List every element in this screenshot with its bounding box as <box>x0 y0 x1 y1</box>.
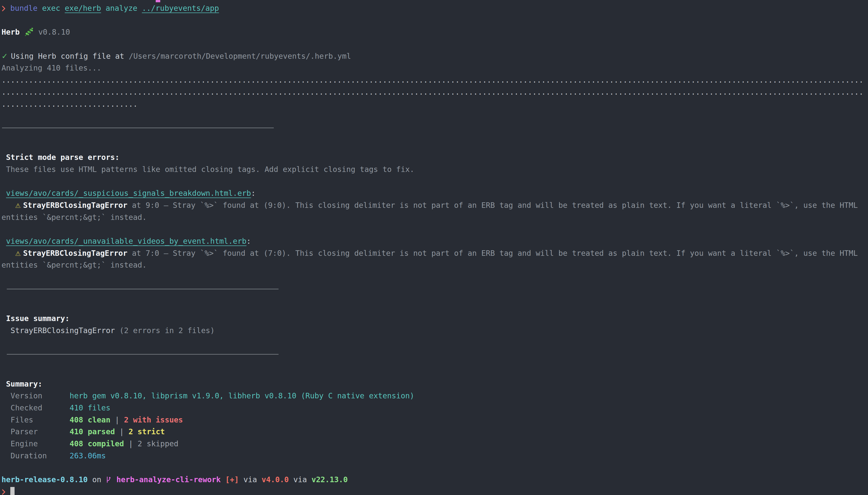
strict-errors-title: Strict mode parse errors: <box>1 151 868 164</box>
blank-row <box>1 140 868 152</box>
error-class: StrayERBClosingTagError <box>23 249 127 258</box>
shell-prompt-line: herb-release-0.8.10 on herb-analyze-cli-… <box>1 474 868 486</box>
prompt-chevron-icon <box>1 489 6 495</box>
git-branch-icon <box>106 476 112 483</box>
herb-leaf-icon <box>24 27 34 37</box>
section-title: Issue summary: <box>6 314 70 323</box>
files-clean-count: 408 clean <box>70 415 111 424</box>
error-detail-line: ⚠StrayERBClosingTagError at 7:0 — Stray … <box>1 247 868 259</box>
via-word: via <box>244 475 257 484</box>
blank-row <box>1 175 868 188</box>
engine-skipped-count: 2 skipped <box>138 439 179 448</box>
section-divider <box>1 354 868 366</box>
error-message: at 7:0 — Stray `%>` found at (7:0). This… <box>127 249 858 258</box>
analyzing-status: Analyzing 410 files... <box>1 62 868 74</box>
summary-label: Parser <box>11 426 70 438</box>
blank-row <box>1 462 868 474</box>
summary-label: Checked <box>11 402 70 414</box>
issue-summary-title: Issue summary: <box>1 312 868 325</box>
blank-row <box>1 366 868 378</box>
blank-row <box>1 337 868 349</box>
warning-icon: ⚠ <box>15 248 23 260</box>
summary-row-files: Files408 clean|2 with issues <box>1 414 868 426</box>
via-word: via <box>293 475 307 484</box>
section-title: Summary: <box>6 379 43 388</box>
progress-dots: ........................................… <box>1 88 864 97</box>
directory-name: herb-release-0.8.10 <box>1 475 88 484</box>
files-issues-count: 2 with issues <box>124 415 183 424</box>
file-colon: : <box>246 237 251 245</box>
blank-row <box>1 301 868 313</box>
command-program: bundle <box>10 4 37 13</box>
section-divider <box>1 127 868 140</box>
progress-dots-row-3: .............................. <box>1 98 868 110</box>
command-target-link[interactable]: ../rubyevents/app <box>142 4 219 13</box>
progress-dots: ........................................… <box>1 75 864 84</box>
file-colon: : <box>251 189 255 198</box>
config-line: ✓ Using Herb config file at /Users/marco… <box>1 50 868 62</box>
summary-label: Version <box>11 390 70 402</box>
issue-error-class: StrayERBClosingTagError <box>11 326 115 335</box>
error-file-link[interactable]: views/avo/cards/_unavailable_videos_by_e… <box>6 237 246 245</box>
blank-row <box>1 271 868 283</box>
prompt-chevron-icon <box>1 5 6 12</box>
app-version: v0.8.10 <box>38 28 70 36</box>
error-message-wrap: entities `&percnt;&gt;` instead. <box>1 260 147 269</box>
summary-row-parser: Parser410 parsed|2 strict <box>1 426 868 438</box>
git-status-badge: [+] <box>225 475 239 484</box>
summary-title: Summary: <box>1 378 868 390</box>
node-version: v22.13.0 <box>312 475 348 484</box>
terminal-cursor <box>10 487 15 495</box>
check-icon: ✓ <box>1 50 6 62</box>
pipe-separator: | <box>129 439 133 448</box>
strict-errors-description: These files use HTML patterns like omitt… <box>1 164 868 175</box>
blank-row <box>1 14 868 27</box>
error-detail-line: ⚠StrayERBClosingTagError at 9:0 — Stray … <box>1 199 868 211</box>
command-line: bundle exec exe/herb analyze ../rubyeven… <box>1 2 868 14</box>
config-path: /Users/marcoroth/Development/rubyevents/… <box>129 52 351 61</box>
summary-row-engine: Engine408 compiled|2 skipped <box>1 438 868 450</box>
app-header-line: Herb v0.8.10 <box>1 26 868 38</box>
parser-parsed-count: 410 parsed <box>70 427 115 436</box>
divider-line <box>7 354 279 355</box>
input-prompt-line[interactable] <box>1 486 868 495</box>
error-detail-wrap-line: entities `&percnt;&gt;` instead. <box>1 259 868 271</box>
summary-label: Duration <box>11 450 70 462</box>
error-message-wrap: entities `&percnt;&gt;` instead. <box>1 213 147 222</box>
ruby-version: v4.0.0 <box>262 475 288 484</box>
progress-dots: .............................. <box>1 100 138 108</box>
error-file-link[interactable]: views/avo/cards/_suspicious_signals_brea… <box>6 189 251 198</box>
command-subcommand: exec <box>42 4 60 13</box>
blank-row <box>1 110 868 122</box>
summary-value: herb gem v0.8.10, libprism v1.9.0, libhe… <box>70 391 414 400</box>
on-word: on <box>92 475 101 484</box>
progress-dots-row-1: ........................................… <box>1 74 868 86</box>
summary-row-duration: Duration263.06ms <box>1 450 868 462</box>
error-class: StrayERBClosingTagError <box>23 201 127 210</box>
duration-value: 263.06ms <box>70 451 106 460</box>
blank-row <box>1 223 868 235</box>
section-description: These files use HTML patterns like omitt… <box>6 165 414 174</box>
warning-icon: ⚠ <box>15 200 23 212</box>
summary-label: Engine <box>11 438 70 450</box>
progress-dots-row-2: ........................................… <box>1 86 868 98</box>
summary-value: 410 files <box>70 404 111 412</box>
app-name: Herb <box>1 28 20 36</box>
divider-line <box>7 289 279 289</box>
command-executable-link[interactable]: exe/herb <box>65 4 101 13</box>
summary-row-checked: Checked410 files <box>1 402 868 414</box>
summary-label: Files <box>11 414 70 426</box>
section-divider <box>1 289 868 301</box>
engine-compiled-count: 408 compiled <box>70 439 124 448</box>
command-action: analyze <box>105 4 137 13</box>
error-detail-wrap-line: entities `&percnt;&gt;` instead. <box>1 211 868 223</box>
pipe-separator: | <box>115 415 119 424</box>
analyzing-label: Analyzing 410 files... <box>1 64 101 72</box>
terminal[interactable]: bundle exec exe/herb analyze ../rubyeven… <box>0 0 868 495</box>
error-file-line: views/avo/cards/_unavailable_videos_by_e… <box>1 235 868 247</box>
issue-count: (2 errors in 2 files) <box>119 326 215 335</box>
blank-row <box>1 38 868 50</box>
divider-line <box>2 127 274 128</box>
parser-strict-count: 2 strict <box>129 427 165 436</box>
pipe-separator: | <box>119 427 124 436</box>
